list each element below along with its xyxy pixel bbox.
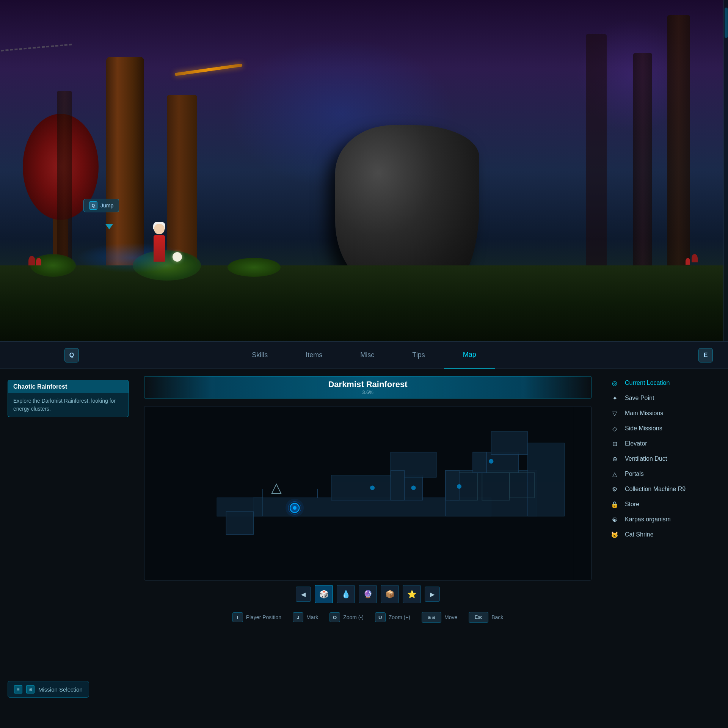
map-icon-5[interactable]: ⭐: [403, 585, 421, 603]
tab-bar: Q Skills Items Misc Tips Map E: [0, 342, 728, 369]
game-viewport: Q Jump: [0, 0, 728, 341]
char-body: [154, 235, 165, 262]
legend-current-location[interactable]: ◎ Current Location: [607, 376, 720, 390]
ventilation-duct-label: Ventilation Duct: [625, 455, 667, 462]
elevator-icon: ⊟: [610, 439, 620, 449]
tab-key-q[interactable]: Q: [64, 348, 79, 362]
svg-rect-6: [491, 431, 527, 454]
legend-ventilation-duct[interactable]: ⊕ Ventilation Duct: [607, 452, 720, 466]
main-content: Chaotic Rainforest Explore the Darkmist …: [0, 369, 728, 728]
svg-point-23: [411, 486, 416, 490]
mission-selection-button[interactable]: ≡ ⊞ Mission Selection: [8, 681, 89, 698]
current-location-label: Current Location: [625, 380, 670, 386]
key-o: O: [329, 612, 340, 622]
jump-tooltip: Q Jump: [83, 199, 119, 212]
svg-rect-2: [331, 475, 423, 500]
bg-tree-3: [586, 34, 607, 281]
plant-3: [228, 258, 281, 277]
collection-machine-icon: ⚙: [610, 484, 620, 494]
karpas-icon: ☯: [610, 515, 620, 524]
center-rock: [335, 125, 479, 284]
svg-point-22: [370, 486, 375, 490]
tab-misc[interactable]: Misc: [341, 342, 393, 369]
mushroom-1: [28, 256, 35, 265]
map-prev-button[interactable]: ◀: [296, 587, 311, 602]
collection-machine-label: Collection Machine R9: [625, 486, 686, 493]
jump-key-icon: Q: [89, 201, 97, 210]
main-missions-label: Main Missions: [625, 410, 663, 417]
legend-portals[interactable]: △ Portals: [607, 467, 720, 481]
hud-panel: Q Skills Items Misc Tips Map E Chaotic R…: [0, 341, 728, 728]
map-icon-2[interactable]: 💧: [337, 585, 355, 603]
game-scrollbar[interactable]: [723, 0, 728, 341]
legend-main-missions[interactable]: ▽ Main Missions: [607, 406, 720, 420]
svg-point-25: [489, 459, 493, 464]
char-head: [154, 224, 165, 234]
save-point-icon: ✦: [610, 393, 620, 403]
svg-rect-15: [391, 471, 404, 500]
control-player-position: I Player Position: [232, 612, 281, 622]
control-back: Esc Back: [469, 612, 503, 623]
tab-map[interactable]: Map: [444, 342, 495, 369]
branch-glow: [174, 64, 242, 76]
map-icons-bar: ◀ 🎲 💧 🔮 📦 ⭐ ▶: [144, 581, 592, 608]
mission-card-header: Chaotic Rainforest: [8, 380, 129, 393]
location-header: Darkmist Rainforest 3.6%: [144, 376, 592, 399]
mushroom-4: [686, 258, 690, 265]
save-point-label: Save Point: [625, 395, 654, 402]
elevator-label: Elevator: [625, 440, 647, 447]
control-player-position-label: Player Position: [246, 614, 281, 620]
map-icon-5-emoji: ⭐: [407, 590, 417, 599]
key-back: Esc: [469, 612, 488, 623]
tab-skills[interactable]: Skills: [233, 342, 287, 369]
plant-1: [30, 254, 76, 277]
companion-creature: [173, 252, 182, 262]
control-zoom-out-label: Zoom (-): [343, 614, 364, 620]
map-icon-3[interactable]: 🔮: [359, 585, 377, 603]
controls-bar: I Player Position J Mark O Zoom (-) U Zo…: [144, 608, 592, 626]
location-name: Darkmist Rainforest: [167, 380, 568, 389]
location-percent: 3.6%: [167, 389, 568, 395]
mission-card: Chaotic Rainforest Explore the Darkmist …: [8, 380, 129, 417]
map-icon-4[interactable]: 📦: [381, 585, 399, 603]
map-icon-4-emoji: 📦: [385, 590, 395, 599]
legend-collection-machine[interactable]: ⚙ Collection Machine R9: [607, 482, 720, 496]
chain-decoration: [0, 42, 72, 52]
store-label: Store: [625, 501, 639, 508]
mission-selection-label: Mission Selection: [38, 686, 83, 693]
portals-label: Portals: [625, 471, 644, 477]
svg-rect-16: [446, 471, 459, 500]
legend-cat-shrine[interactable]: 🐱 Cat Shrine: [607, 528, 720, 541]
control-zoom-out: O Zoom (-): [329, 612, 364, 622]
map-svg: [144, 406, 591, 580]
jump-arrow: [105, 224, 113, 229]
control-zoom-in: U Zoom (+): [375, 612, 410, 622]
player-character: [148, 224, 171, 262]
map-icon-1[interactable]: 🎲: [315, 585, 333, 603]
tab-tips[interactable]: Tips: [393, 342, 444, 369]
portals-icon: △: [610, 469, 620, 479]
cat-shrine-label: Cat Shrine: [625, 531, 654, 538]
control-move: ⊞⊟ Move: [422, 612, 457, 623]
legend-store[interactable]: 🔒 Store: [607, 497, 720, 511]
legend-save-point[interactable]: ✦ Save Point: [607, 391, 720, 405]
svg-rect-17: [473, 452, 486, 473]
jump-label: Jump: [100, 202, 113, 209]
side-missions-label: Side Missions: [625, 425, 662, 432]
karpas-label: Karpas organism: [625, 516, 671, 523]
svg-rect-7: [528, 443, 564, 516]
tab-items[interactable]: Items: [287, 342, 341, 369]
legend-karpas-organism[interactable]: ☯ Karpas organism: [607, 513, 720, 526]
tab-key-e[interactable]: E: [698, 348, 713, 362]
svg-point-24: [457, 484, 461, 489]
map-next-button[interactable]: ▶: [425, 587, 440, 602]
scrollbar-thumb[interactable]: [725, 8, 728, 38]
legend-elevator[interactable]: ⊟ Elevator: [607, 437, 720, 450]
legend-side-missions[interactable]: ◇ Side Missions: [607, 422, 720, 435]
map-icon-3-emoji: 🔮: [363, 590, 373, 599]
control-back-label: Back: [491, 614, 503, 620]
svg-point-26: [286, 499, 304, 517]
bg-tree-1: [667, 15, 690, 281]
ground: [0, 265, 728, 341]
map-icon-1-emoji: 🎲: [319, 590, 329, 599]
